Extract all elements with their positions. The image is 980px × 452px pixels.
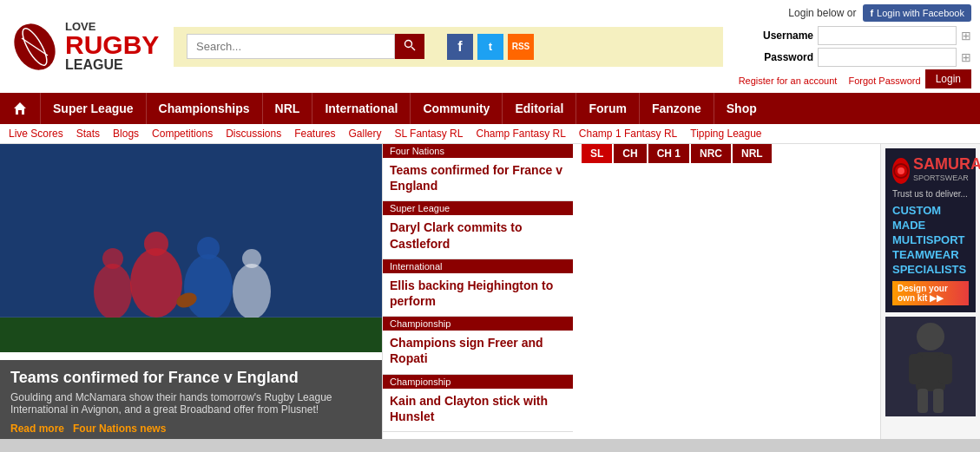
list-item[interactable]: Championship Champions sign Freer and Ro… — [383, 317, 573, 374]
sub-nav-item-champ-fantasy-rl[interactable]: Champ Fantasy RL — [476, 128, 565, 140]
username-row: Username ⊞ — [757, 26, 971, 45]
login-top: Login below or f Login with Facebook — [788, 4, 971, 22]
password-row: Password ⊞ — [757, 48, 971, 67]
nav-items-container: Super LeagueChampionshipsNRLInternationa… — [40, 93, 769, 124]
news-title: Daryl Clark commits to Castleford — [383, 215, 573, 258]
svg-point-3 — [405, 41, 412, 48]
main-feature: Teams confirmed for France v England Gou… — [0, 144, 382, 439]
svg-rect-23 — [938, 354, 952, 384]
score-tab-sl[interactable]: SL — [582, 144, 612, 163]
sub-nav-item-champ-1-fantasy-rl[interactable]: Champ 1 Fantasy RL — [579, 128, 677, 140]
home-nav-item[interactable] — [0, 93, 40, 124]
score-tab-ch-1[interactable]: CH 1 — [648, 144, 689, 163]
feature-image — [0, 144, 382, 352]
sub-nav-item-competitions[interactable]: Competitions — [152, 128, 213, 140]
news-tag: Four Nations — [383, 144, 573, 158]
feature-title: Teams confirmed for France v England — [10, 369, 372, 387]
login-area: Login below or f Login with Facebook Use… — [723, 0, 980, 93]
svg-line-4 — [411, 47, 415, 50]
login-button[interactable]: Login — [925, 69, 971, 88]
sub-nav-item-features[interactable]: Features — [294, 128, 335, 140]
svg-point-13 — [233, 264, 271, 319]
sub-nav: Live ScoresStatsBlogsCompetitionsDiscuss… — [0, 124, 980, 144]
facebook-login-button[interactable]: f Login with Facebook — [863, 4, 971, 22]
sub-nav-item-blogs[interactable]: Blogs — [113, 128, 139, 140]
player-silhouette-icon — [891, 319, 970, 415]
rugby-ball-icon — [9, 21, 61, 73]
password-label: Password — [757, 51, 813, 63]
search-button[interactable] — [395, 34, 424, 59]
password-icon: ⊞ — [961, 50, 971, 64]
username-input[interactable] — [818, 26, 957, 45]
svg-rect-16 — [0, 318, 382, 352]
logo-area: LOVE RUGBY LEAGUE — [0, 14, 174, 80]
svg-point-12 — [102, 248, 123, 269]
ad-brand: SAMURAI — [913, 155, 980, 174]
sub-nav-item-tipping-league[interactable]: Tipping League — [690, 128, 761, 140]
rss-icon[interactable]: RSS — [508, 34, 534, 60]
svg-point-8 — [144, 232, 168, 256]
main-nav: Super LeagueChampionshipsNRLInternationa… — [0, 93, 980, 124]
twitter-icon[interactable]: t — [477, 34, 503, 60]
ad-cta[interactable]: Design your own kit ▶▶ — [892, 281, 969, 305]
list-item[interactable]: Championship Kain and Clayton stick with… — [383, 375, 573, 432]
ad-logo-circle — [892, 158, 910, 184]
ad-box: SAMURAI SPORTSWEAR Trust us to deliver..… — [885, 148, 976, 312]
nav-item-shop[interactable]: Shop — [714, 93, 769, 124]
score-area: SLCHCH 1NRCNRL — [573, 144, 880, 439]
password-input[interactable] — [818, 48, 957, 67]
username-label: Username — [757, 29, 813, 42]
feature-description: Goulding and McNamara show their hands t… — [10, 391, 372, 416]
login-fields: Username ⊞ Password ⊞ Register for an ac… — [732, 26, 971, 88]
fb-logo: f — [870, 8, 873, 18]
feature-caption: Teams confirmed for France v England Gou… — [0, 360, 382, 439]
score-tab-nrl[interactable]: NRL — [733, 144, 772, 163]
list-item[interactable]: International Ellis backing Heighington … — [383, 259, 573, 317]
nav-bar: Super LeagueChampionshipsNRLInternationa… — [0, 93, 980, 124]
facebook-icon[interactable]: f — [447, 34, 473, 60]
news-tag: International — [383, 259, 573, 273]
news-title: Teams confirmed for France v England — [383, 158, 573, 200]
register-link[interactable]: Register for an account — [739, 75, 838, 86]
svg-rect-24 — [918, 389, 928, 413]
nav-item-international[interactable]: International — [312, 93, 410, 124]
svg-rect-22 — [909, 354, 923, 384]
sub-nav-item-discussions[interactable]: Discussions — [226, 128, 281, 140]
sub-nav-item-gallery[interactable]: Gallery — [349, 128, 382, 140]
sub-nav-item-sl-fantasy-rl[interactable]: SL Fantasy RL — [395, 128, 464, 140]
score-tab-ch[interactable]: CH — [614, 144, 646, 163]
svg-point-7 — [130, 248, 182, 318]
ad-sidebar: SAMURAI SPORTSWEAR Trust us to deliver..… — [880, 144, 980, 439]
search-input[interactable] — [187, 34, 395, 59]
nav-item-fanzone[interactable]: Fanzone — [639, 93, 714, 124]
read-more-link[interactable]: Read more — [10, 423, 64, 435]
nav-item-nrl[interactable]: NRL — [262, 93, 312, 124]
nav-item-editorial[interactable]: Editorial — [502, 93, 576, 124]
news-title: Ellis backing Heighington to perform — [383, 273, 573, 316]
score-tab-nrc[interactable]: NRC — [691, 144, 731, 163]
score-tabs: SLCHCH 1NRCNRL — [582, 144, 871, 163]
fb-login-label: Login with Facebook — [877, 8, 964, 18]
forgot-password-link[interactable]: Forgot Password — [848, 75, 920, 86]
svg-point-9 — [184, 254, 233, 320]
logo-text: LOVE RUGBY LEAGUE — [65, 21, 159, 72]
list-item[interactable]: Super League Daryl Clark commits to Cast… — [383, 201, 573, 259]
sub-nav-item-stats[interactable]: Stats — [76, 128, 100, 140]
four-nations-link[interactable]: Four Nations news — [73, 423, 166, 435]
nav-item-community[interactable]: Community — [410, 93, 502, 124]
ad-player-photo — [885, 317, 976, 416]
login-links: Register for an account Forgot Password — [732, 75, 921, 86]
list-item[interactable]: Four Nations Teams confirmed for France … — [383, 144, 573, 201]
feature-links: Read more Four Nations news — [10, 423, 372, 435]
sub-nav-item-live-scores[interactable]: Live Scores — [9, 128, 63, 140]
nav-item-forum[interactable]: Forum — [576, 93, 639, 124]
svg-point-14 — [242, 249, 261, 268]
nav-item-championships[interactable]: Championships — [146, 93, 262, 124]
nav-item-super-league[interactable]: Super League — [40, 93, 146, 124]
ad-brand-text: SAMURAI SPORTSWEAR — [913, 155, 980, 187]
svg-point-11 — [94, 264, 132, 319]
social-icons: f t RSS — [447, 34, 534, 60]
search-icon — [404, 39, 416, 51]
news-title: Kain and Clayton stick with Hunslet — [383, 389, 573, 431]
news-tag: Championship — [383, 375, 573, 389]
